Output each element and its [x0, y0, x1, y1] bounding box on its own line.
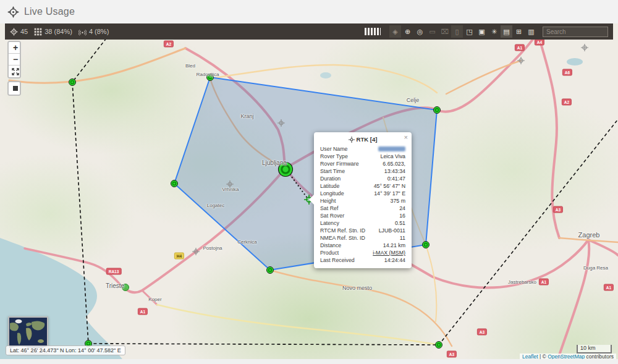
file-export-icon[interactable]: ◳	[464, 25, 475, 38]
zoom-out-button[interactable]: −	[9, 54, 21, 66]
broadcast-icon	[78, 28, 87, 36]
follow-rover-icon[interactable]: ◈	[389, 25, 401, 38]
popup-row: Rover Firmware6.65.023,	[314, 160, 412, 167]
settings-gear-icon[interactable]: ✳	[488, 25, 500, 38]
popup-row: Height375 m	[314, 197, 412, 205]
map-scale: 10 km	[577, 345, 612, 353]
popup-row: Sat Ref24	[314, 205, 412, 212]
map-canvas[interactable]	[0, 22, 618, 359]
cursor-coordinates: Lat: 46° 26' 24.473" N Lon: 14° 00' 47.5…	[6, 345, 125, 355]
popup-row-value: 6.65.023,	[383, 161, 405, 167]
popup-row-value: 45° 56' 47" N	[374, 183, 405, 189]
live-usage-icon	[7, 6, 19, 18]
expand-arrows-icon	[12, 68, 19, 75]
popup-row-value: 14° 39' 17" E	[374, 190, 405, 197]
stat-streaming-count: 4 (8%)	[78, 28, 109, 36]
redacted-value	[378, 146, 405, 151]
popup-row-label: NMEA Ref. Stn. ID	[320, 235, 365, 241]
popup-row-label: Last Received	[320, 257, 355, 263]
signal-bars-icon	[365, 28, 381, 35]
rover-target-icon	[10, 28, 18, 36]
page-title: Live Usage	[24, 6, 75, 17]
popup-row-value: 0:41:47	[387, 176, 405, 182]
table-view-icon[interactable]: ⊞	[513, 25, 525, 38]
popup-row: Producti-MAX (MSM)	[314, 249, 412, 256]
popup-tail	[309, 195, 314, 205]
popup-row-label: Rover Type	[320, 153, 348, 159]
popup-row-value: 14:24:44	[384, 257, 405, 263]
popup-close-button[interactable]: ×	[404, 133, 408, 141]
export-image-icon[interactable]: ▥	[525, 25, 537, 38]
popup-row-value: 11	[400, 235, 405, 241]
message-icon[interactable]: ▭	[426, 25, 438, 38]
popup-row-label: Height	[320, 198, 336, 204]
grid-icon	[34, 28, 42, 36]
popup-row-value: 16	[399, 213, 405, 219]
popup-row-label: Latitude	[320, 183, 339, 189]
stat-streaming-count-value: 4 (8%)	[89, 28, 109, 35]
draw-control	[7, 81, 21, 96]
live-usage-page: BledRadovljicaKranjCeljeLjubljanaVrhnika…	[0, 0, 618, 364]
popup-row: Rover TypeLeica Viva	[314, 153, 412, 160]
fit-extent-button[interactable]	[9, 66, 21, 77]
popup-row: Latitude45° 56' 47" N	[314, 182, 412, 190]
zoom-in-button[interactable]: +	[9, 42, 21, 54]
popup-row-label: RTCM Ref. Stn. ID	[320, 227, 365, 234]
map-view-icon[interactable]: ▤	[501, 25, 512, 38]
search-input[interactable]	[543, 27, 608, 37]
popup-row-label: Distance	[320, 242, 341, 248]
center-position-icon[interactable]: ⊕	[402, 25, 413, 38]
popup-row-value: 375 m	[391, 198, 405, 204]
popup-row-value: 0.51	[395, 220, 405, 226]
popup-row-value: 13:43:34	[384, 168, 405, 174]
zoom-control: + −	[7, 41, 21, 78]
page-header: Live Usage	[0, 0, 618, 23]
stat-online-count: 38 (84%)	[34, 28, 72, 36]
popup-row-value: Leica Viva	[381, 153, 405, 159]
popup-row-label: Sat Ref	[320, 205, 338, 211]
popup-row-label: Rover Firmware	[320, 161, 359, 167]
rtk-crosshair-icon	[349, 137, 355, 143]
popup-rows: User NameRover TypeLeica VivaRover Firmw…	[314, 145, 412, 264]
message-settings-icon[interactable]: ▣	[476, 25, 488, 38]
popup-row: Sat Rover16	[314, 212, 412, 219]
popup-row: RTCM Ref. Stn. IDLJUB-0011	[314, 227, 412, 234]
popup-title-text: RTK [4]	[357, 136, 378, 143]
popup-row-label: Product	[320, 250, 339, 256]
toolbar-icon-buttons: ◈⊕◎▭⌧▯◳▣✳▤⊞▥	[389, 25, 538, 38]
toolbar-actions: ◈⊕◎▭⌧▯◳▣✳▤⊞▥	[365, 25, 608, 38]
popup-row: Last Received14:24:44	[314, 256, 412, 264]
draw-rectangle-button[interactable]	[9, 82, 21, 95]
popup-row-label: Latency	[320, 220, 339, 226]
popup-row-label: Sat Rover	[320, 213, 344, 219]
popup-row: Distance14.21 km	[314, 242, 412, 249]
popup-row: Start Time13:43:34	[314, 167, 412, 175]
target-icon[interactable]: ◎	[414, 25, 426, 38]
stat-rover-count: 45	[10, 28, 28, 36]
delete-icon[interactable]: ⌧	[439, 25, 451, 38]
stat-rover-count-value: 45	[20, 28, 28, 35]
popup-row-label: Longitude	[320, 190, 344, 197]
popup-row: Longitude14° 39' 17" E	[314, 190, 412, 197]
popup-row-label: User Name	[320, 146, 347, 152]
map-toolbar: 45 38 (84%) 4 (8%) ◈⊕◎▭⌧▯◳▣✳▤⊞▥	[5, 23, 613, 40]
popup-row-value: 24	[399, 205, 405, 211]
popup-row-value: 14.21 km	[383, 242, 405, 248]
popup-row: Duration0:41:47	[314, 175, 412, 182]
popup-row: User Name	[314, 145, 412, 153]
popup-row: NMEA Ref. Stn. ID11	[314, 234, 412, 242]
popup-row-label: Duration	[320, 176, 341, 182]
popup-row-label: Start Time	[320, 168, 345, 174]
footer-strip	[0, 359, 618, 364]
product-link[interactable]: i-MAX (MSM)	[373, 250, 405, 256]
popup-row: Latency0.51	[314, 219, 412, 227]
square-icon	[13, 86, 18, 91]
popup-row-value: LJUB-0011	[379, 227, 405, 234]
stat-online-count-value: 38 (84%)	[44, 28, 72, 35]
file-icon[interactable]: ▯	[451, 25, 463, 38]
rover-detail-popup: × RTK [4] User NameRover TypeLeica VivaR…	[314, 132, 412, 268]
popup-title: RTK [4]	[314, 136, 412, 143]
